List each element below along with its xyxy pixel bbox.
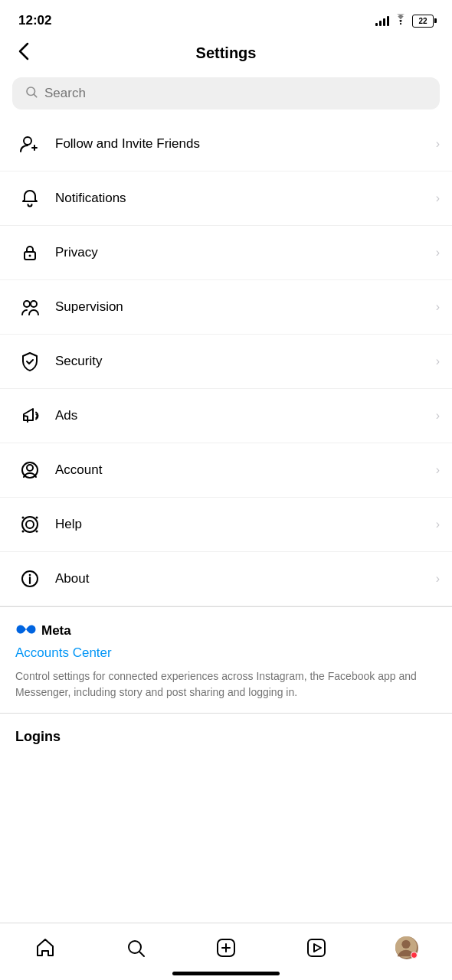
svg-point-2 — [24, 137, 31, 145]
search-icon — [25, 85, 38, 102]
menu-item-ads[interactable]: Ads › — [0, 389, 452, 443]
nav-search[interactable] — [116, 931, 155, 965]
svg-point-8 — [27, 465, 33, 471]
svg-point-11 — [22, 517, 25, 519]
nav-create[interactable] — [207, 931, 245, 965]
svg-point-9 — [22, 517, 38, 532]
svg-point-12 — [36, 517, 38, 519]
wifi-icon — [394, 14, 408, 28]
menu-label-follow: Follow and Invite Friends — [55, 136, 436, 152]
menu-label-notifications: Notifications — [55, 191, 436, 206]
menu-label-about: About — [55, 571, 436, 586]
follow-icon — [15, 129, 44, 158]
svg-point-6 — [31, 301, 37, 307]
chevron-icon: › — [436, 463, 440, 477]
svg-point-4 — [29, 255, 31, 257]
meta-logo-row: Meta — [15, 622, 437, 639]
supervision-icon — [15, 292, 44, 322]
meta-section: Meta Accounts Center Control settings fo… — [0, 606, 452, 713]
meta-description: Control settings for connected experienc… — [15, 668, 437, 701]
home-icon — [34, 937, 56, 959]
settings-menu: Follow and Invite Friends › Notification… — [0, 117, 452, 606]
svg-point-14 — [36, 531, 38, 533]
svg-point-10 — [26, 521, 34, 528]
svg-point-13 — [22, 531, 25, 533]
svg-point-21 — [401, 940, 410, 949]
chevron-icon: › — [436, 409, 440, 423]
nav-home[interactable] — [26, 931, 64, 965]
menu-item-supervision[interactable]: Supervision › — [0, 280, 452, 335]
meta-infinity-icon — [15, 622, 37, 639]
search-nav-icon — [125, 937, 146, 959]
nav-reels[interactable] — [297, 931, 336, 965]
meta-logo-text: Meta — [41, 623, 71, 639]
svg-point-16 — [29, 574, 31, 577]
menu-item-privacy[interactable]: Privacy › — [0, 226, 452, 280]
page-title: Settings — [196, 44, 257, 62]
menu-label-privacy: Privacy — [55, 245, 436, 260]
chevron-icon: › — [436, 354, 440, 368]
menu-item-account[interactable]: Account › — [0, 443, 452, 498]
svg-point-0 — [400, 23, 401, 24]
menu-label-help: Help — [55, 517, 436, 532]
menu-label-supervision: Supervision — [55, 299, 436, 315]
menu-label-security: Security — [55, 354, 436, 369]
chevron-icon: › — [436, 191, 440, 205]
chevron-icon: › — [436, 246, 440, 260]
avatar — [395, 936, 418, 959]
settings-header: Settings — [0, 38, 452, 73]
accounts-center-link[interactable]: Accounts Center — [15, 645, 437, 661]
menu-label-account: Account — [55, 462, 436, 478]
home-indicator — [172, 972, 280, 975]
svg-point-5 — [24, 301, 30, 307]
create-icon — [215, 937, 237, 959]
svg-rect-19 — [308, 939, 325, 956]
signal-icon — [375, 15, 389, 26]
ads-icon — [15, 401, 44, 430]
battery-icon: 22 — [412, 15, 434, 28]
menu-item-notifications[interactable]: Notifications › — [0, 172, 452, 226]
nav-profile[interactable] — [388, 931, 426, 965]
status-bar: 12:02 22 — [0, 0, 452, 38]
status-time: 12:02 — [18, 13, 51, 28]
logins-section: Logins — [0, 713, 452, 754]
menu-item-about[interactable]: About › — [0, 552, 452, 606]
search-bar[interactable] — [12, 77, 440, 109]
about-icon — [15, 564, 44, 593]
chevron-icon: › — [436, 300, 440, 314]
menu-item-follow[interactable]: Follow and Invite Friends › — [0, 117, 452, 172]
security-icon — [15, 347, 44, 376]
back-button[interactable] — [12, 39, 35, 68]
reels-icon — [306, 937, 327, 959]
logins-title: Logins — [15, 729, 61, 744]
chevron-icon: › — [436, 137, 440, 151]
status-icons: 22 — [375, 14, 434, 28]
chevron-icon: › — [436, 572, 440, 586]
search-input[interactable] — [44, 86, 427, 101]
menu-item-help[interactable]: Help › — [0, 498, 452, 552]
help-icon — [15, 510, 44, 539]
menu-label-ads: Ads — [55, 408, 436, 423]
privacy-icon — [15, 238, 44, 267]
account-icon — [15, 456, 44, 485]
chevron-icon: › — [436, 518, 440, 531]
menu-item-security[interactable]: Security › — [0, 335, 452, 389]
notification-dot — [411, 952, 418, 959]
search-container — [0, 73, 452, 117]
notifications-icon — [15, 184, 44, 213]
